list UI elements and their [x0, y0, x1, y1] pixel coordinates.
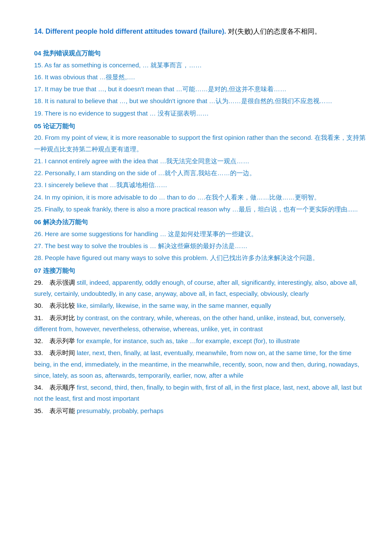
- sentence-item: 30. 表示比较 like, similarly, likewise, in t…: [34, 300, 366, 311]
- sentence-text: 25. Finally, to speak frankly, there is …: [34, 205, 358, 213]
- title-english-phrase: Different people hold different attitude…: [46, 28, 226, 35]
- sentence-item: 24. In my opinion, it is more advisable …: [34, 192, 366, 203]
- sentence-text: 27. The best way to solve the troubles i…: [34, 242, 248, 249]
- sentence-text: 18. It is natural to believe that …, but…: [34, 97, 332, 104]
- sentence-item: 32. 表示列举 for example, for instance, such…: [34, 335, 366, 347]
- sentence-number: 34. 表示顺序: [34, 384, 77, 391]
- sentence-number: 31. 表示对比: [34, 314, 77, 321]
- sentence-text: still, indeed, apparently, oddly enough,…: [34, 279, 357, 297]
- category-label-cat07: 07 连接万能句: [34, 265, 366, 276]
- sentence-item: 17. It may be true that …, but it doesn'…: [34, 84, 366, 95]
- sentence-item: 28. People have figured out many ways to…: [34, 252, 366, 263]
- sentence-number: 35. 表示可能: [34, 407, 77, 414]
- sentence-item: 35. 表示可能 presumably, probably, perhaps: [34, 405, 366, 416]
- sentence-text: 22. Personally, I am standing on the sid…: [34, 169, 256, 176]
- sentence-text: 17. It may be true that …, but it doesn'…: [34, 85, 286, 92]
- category-label-cat06: 06 解决办法万能句: [34, 217, 366, 228]
- sentence-text: first, second, third, then, finally, to …: [34, 384, 362, 402]
- sentence-item: 16. It was obvious that …很显然,….: [34, 72, 366, 83]
- title-block: 14. Different people hold different atti…: [34, 26, 366, 38]
- sentence-text: for example, for instance, such as, take…: [77, 337, 300, 344]
- title-english: 14.: [34, 28, 43, 35]
- sentence-text: presumably, probably, perhaps: [77, 407, 164, 414]
- sentence-item: 27. The best way to solve the troubles i…: [34, 240, 366, 251]
- sentence-item: 33. 表示时间 later, next, then, finally, at …: [34, 347, 366, 381]
- sentence-item: 31. 表示对比 by contrast, on the contrary, w…: [34, 312, 366, 335]
- sentence-text: by contrast, on the contrary, while, whe…: [34, 314, 346, 332]
- sentence-item: 29. 表示强调 still, indeed, apparently, oddl…: [34, 277, 366, 300]
- sentence-text: like, similarly, likewise, in the same w…: [77, 302, 271, 309]
- sentence-number: 33. 表示时间: [34, 349, 77, 356]
- sentence-text: 20. From my point of view, it is more re…: [34, 134, 366, 152]
- sentence-text: 16. It was obvious that …很显然,….: [34, 73, 135, 81]
- sentence-text: 21. I cannot entirely agree with the ide…: [34, 157, 249, 165]
- sentence-text: 28. People have figured out many ways to…: [34, 254, 319, 261]
- sentence-text: later, next, then, finally, at last, eve…: [34, 349, 359, 379]
- sentence-item: 21. I cannot entirely agree with the ide…: [34, 156, 366, 167]
- title-text: 14. Different people hold different atti…: [34, 26, 366, 38]
- sentence-item: 23. I sincerely believe that …我真诚地相信……: [34, 179, 366, 191]
- sentence-number: 30. 表示比较: [34, 302, 77, 309]
- sentence-number: 32. 表示列举: [34, 337, 77, 344]
- title-chinese-text: 对(失败)人们的态度各不相同。: [228, 28, 321, 35]
- category-label-cat04: 04 批判错误观点万能句: [34, 48, 366, 59]
- sentence-item: 18. It is natural to believe that …, but…: [34, 95, 366, 107]
- sentence-item: 25. Finally, to speak frankly, there is …: [34, 204, 366, 215]
- category-label-cat05: 05 论证万能句: [34, 121, 366, 132]
- sentence-text: 23. I sincerely believe that …我真诚地相信……: [34, 181, 167, 188]
- sentence-text: 24. In my opinion, it is more advisable …: [34, 194, 320, 201]
- sentence-number: 29. 表示强调: [34, 279, 77, 286]
- sentence-text: 19. There is no evidence to suggest that…: [34, 110, 209, 117]
- sentence-item: 34. 表示顺序 first, second, third, then, fin…: [34, 382, 366, 405]
- sentence-item: 20. From my point of view, it is more re…: [34, 132, 366, 155]
- sentence-item: 19. There is no evidence to suggest that…: [34, 108, 366, 119]
- sentence-text: 15. As far as something is concerned, … …: [34, 61, 202, 69]
- sentence-item: 22. Personally, I am standing on the sid…: [34, 168, 366, 179]
- sentence-item: 26. Here are some suggestions for handli…: [34, 228, 366, 240]
- sentence-item: 15. As far as something is concerned, … …: [34, 60, 366, 71]
- sentence-text: 26. Here are some suggestions for handli…: [34, 230, 257, 237]
- content-area: 04 批判错误观点万能句15. As far as something is c…: [34, 48, 366, 416]
